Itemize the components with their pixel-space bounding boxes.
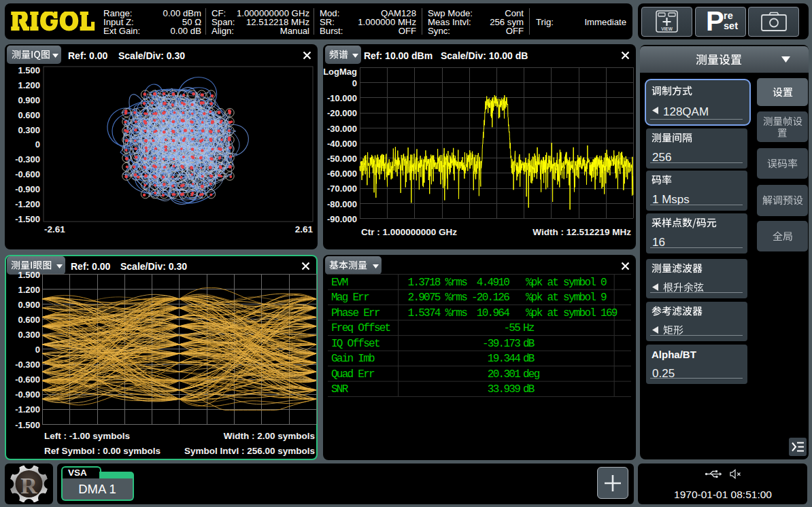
svg-text:VIEW: VIEW (661, 27, 673, 31)
svg-text:R: R (20, 473, 37, 498)
